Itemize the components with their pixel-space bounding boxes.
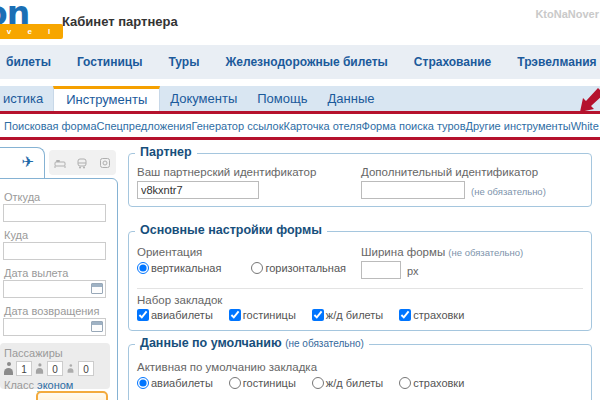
depart-date-label: Дата вылета	[4, 267, 68, 279]
from-label: Откуда	[4, 191, 40, 203]
main-nav: билеты Гостиницы Туры Железнодорожные би…	[0, 45, 600, 79]
partner-fieldset: Партнер Ваш партнерский идентификатор До…	[128, 153, 592, 207]
default-avia-radio[interactable]: авиабилеты	[137, 377, 213, 389]
tool-link-search-form[interactable]: Поисковая форма	[4, 120, 97, 132]
tools-toolbar-highlighted: Поисковая форма Спецпредложения Генерато…	[0, 111, 600, 140]
extra-id-label: Дополнительный идентификатор	[361, 166, 538, 178]
return-date-label: Дата возвращения	[4, 305, 99, 317]
page-title: Кабинет партнера	[62, 14, 178, 29]
orientation-horizontal-radio[interactable]: горизонтальная	[251, 262, 346, 274]
insurance-icon[interactable]	[99, 157, 111, 169]
tabs-insurance-checkbox[interactable]: страховки	[399, 309, 464, 321]
logo-text-bottom: v e l	[0, 24, 63, 39]
children-count[interactable]: 0	[47, 361, 63, 376]
extra-id-input[interactable]	[361, 181, 465, 199]
train-icon[interactable]	[76, 157, 88, 169]
nav-item-insurance[interactable]: Страхование	[401, 55, 504, 69]
tabs-set-label: Набор закладок	[137, 294, 222, 306]
default-insurance-radio[interactable]: страховки	[399, 377, 464, 389]
divider	[137, 288, 583, 289]
widget-tab-flights[interactable]: ✈	[0, 147, 45, 179]
calendar-icon[interactable]	[91, 283, 103, 294]
form-width-note: (не обязательно)	[448, 247, 523, 258]
width-unit-label: px	[407, 265, 419, 277]
form-settings-legend: Основные настройки формы	[135, 223, 327, 237]
widget-tabs-inactive	[49, 150, 116, 175]
nav-item-travelmania[interactable]: Трэвелмания	[504, 55, 600, 69]
passengers-label: Пассажиры	[4, 347, 106, 359]
search-button[interactable]	[36, 391, 108, 400]
form-width-label: Ширина формы (не обязательно)	[361, 246, 523, 258]
form-width-input[interactable]	[361, 261, 401, 279]
header: on v e l Кабинет партнера KtoNaNover	[0, 0, 600, 45]
tool-link-white-label[interactable]: White Label	[571, 120, 600, 132]
nav-item-tours[interactable]: Туры	[155, 55, 212, 69]
defaults-legend: Данные по умолчанию (не обязательно)	[135, 336, 369, 350]
tab-help[interactable]: Помощь	[247, 86, 317, 111]
tool-link-tour-search-form[interactable]: Форма поиска туров	[362, 120, 466, 132]
partner-id-input[interactable]	[137, 181, 259, 199]
tab-documents[interactable]: Документы	[160, 86, 247, 111]
class-label: Класс	[4, 379, 34, 391]
default-hotels-radio[interactable]: гостиницы	[229, 377, 296, 389]
section-tabs: истика Инструменты Документы Помощь Данн…	[0, 86, 600, 111]
default-rail-radio[interactable]: ж/д билеты	[312, 377, 383, 389]
nav-item-rail[interactable]: Железнодорожные билеты	[212, 55, 400, 69]
tool-link-special-offers[interactable]: Спецпредложения	[97, 120, 192, 132]
tool-link-hotel-card[interactable]: Карточка отеля	[284, 120, 362, 132]
tab-instruments[interactable]: Инструменты	[53, 86, 160, 111]
tabs-rail-checkbox[interactable]: ж/д билеты	[312, 309, 383, 321]
adult-icon	[4, 362, 13, 375]
to-input[interactable]	[3, 242, 106, 260]
adults-count[interactable]: 1	[16, 361, 32, 376]
tool-link-other-tools[interactable]: Другие инструменты	[466, 120, 571, 132]
to-label: Куда	[4, 229, 28, 241]
tabs-avia-checkbox[interactable]: авиабилеты	[137, 309, 213, 321]
airplane-icon: ✈	[21, 153, 34, 170]
tabs-hotels-checkbox[interactable]: гостиницы	[229, 309, 296, 321]
form-settings-fieldset: Основные настройки формы Ориентация верт…	[128, 231, 592, 331]
tab-data[interactable]: Данные	[317, 86, 384, 111]
child-icon	[36, 363, 43, 373]
defaults-optional-note: (не обязательно)	[285, 338, 364, 349]
flight-search-panel: Откуда Куда Дата вылета Дата возвращения…	[0, 178, 118, 400]
extra-id-optional-note: (не обязательно)	[471, 186, 546, 197]
orientation-label: Ориентация	[137, 246, 202, 258]
infants-count[interactable]: 0	[78, 361, 94, 376]
orientation-vertical-radio[interactable]: вертикальная	[137, 262, 221, 274]
default-active-tab-label: Активная по умолчанию закладка	[137, 361, 317, 373]
partner-cabinet-screen: on v e l Кабинет партнера KtoNaNover бил…	[0, 0, 600, 400]
watermark-text: KtoNaNover	[535, 8, 599, 20]
passengers-box: Пассажиры 1 0 0 Класс эконом	[0, 343, 110, 389]
partner-id-label: Ваш партнерский идентификатор	[137, 166, 316, 178]
tool-link-link-generator[interactable]: Генератор ссылок	[191, 120, 283, 132]
from-input[interactable]	[3, 204, 106, 222]
hotel-icon[interactable]	[54, 157, 66, 169]
partner-legend: Партнер	[135, 145, 197, 159]
calendar-icon[interactable]	[91, 321, 103, 332]
nav-item-hotels[interactable]: Гостиницы	[64, 55, 156, 69]
defaults-fieldset: Данные по умолчанию (не обязательно) Акт…	[128, 344, 592, 400]
tab-statistics[interactable]: истика	[0, 86, 53, 111]
annotation-arrow-icon	[575, 84, 600, 116]
infant-icon	[68, 364, 74, 372]
nav-item-avia[interactable]: билеты	[0, 55, 64, 69]
